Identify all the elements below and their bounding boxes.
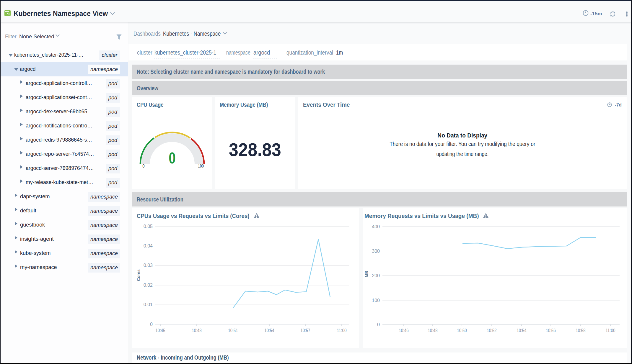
svg-text:10:54: 10:54 xyxy=(517,328,527,333)
svg-text:10:57: 10:57 xyxy=(301,328,310,333)
svg-text:300: 300 xyxy=(372,249,380,254)
svg-text:10:50: 10:50 xyxy=(457,328,467,333)
svg-text:400: 400 xyxy=(372,224,380,229)
svg-text:11:00: 11:00 xyxy=(606,328,615,333)
svg-text:200: 200 xyxy=(372,273,380,278)
svg-text:10:45: 10:45 xyxy=(156,328,165,333)
svg-text:Cores: Cores xyxy=(136,269,141,281)
svg-text:10:46: 10:46 xyxy=(399,328,409,333)
svg-text:0.04: 0.04 xyxy=(144,243,153,248)
svg-text:0: 0 xyxy=(142,163,145,168)
svg-text:10:54: 10:54 xyxy=(265,328,274,333)
svg-text:10:56: 10:56 xyxy=(546,328,556,333)
svg-text:0.03: 0.03 xyxy=(144,263,153,268)
svg-text:0.02: 0.02 xyxy=(144,283,153,288)
svg-text:10:51: 10:51 xyxy=(228,328,238,333)
svg-text:10:58: 10:58 xyxy=(576,328,586,333)
svg-text:0.01: 0.01 xyxy=(144,302,153,307)
svg-text:0: 0 xyxy=(150,322,153,327)
svg-text:MB: MB xyxy=(364,271,369,277)
svg-text:0: 0 xyxy=(377,322,380,327)
svg-text:0: 0 xyxy=(169,149,175,167)
svg-text:100: 100 xyxy=(372,298,380,303)
svg-text:0.05: 0.05 xyxy=(144,224,153,229)
svg-text:10:48: 10:48 xyxy=(192,328,202,333)
svg-text:10:52: 10:52 xyxy=(487,328,497,333)
svg-text:10:48: 10:48 xyxy=(428,328,438,333)
svg-text:100: 100 xyxy=(198,163,204,168)
svg-text:11:00: 11:00 xyxy=(337,328,347,333)
